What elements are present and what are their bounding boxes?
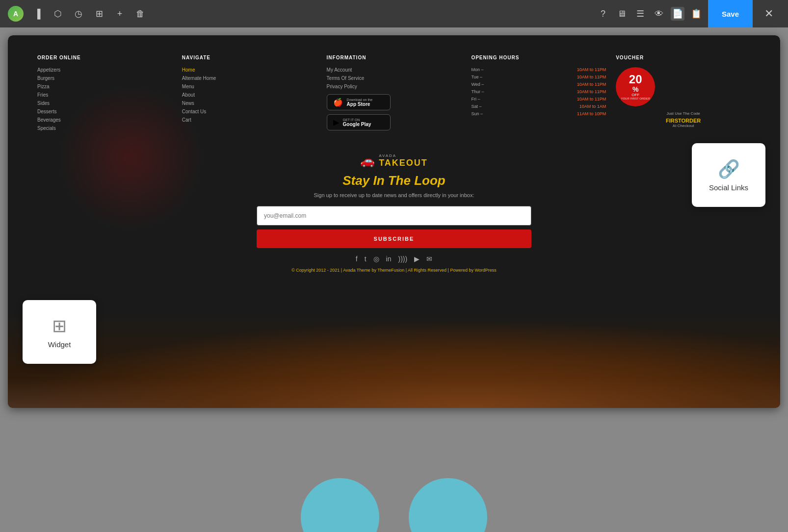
link-burgers[interactable]: Burgers — [37, 76, 172, 81]
footer-col-voucher: VOUCHER 20 % OFF YOUR FIRST ORDER Just U… — [616, 55, 751, 134]
google-play-name: Google Play — [343, 122, 371, 127]
link-alternate-home[interactable]: Alternate Home — [182, 76, 317, 81]
social-links-panel[interactable]: 🔗 Social Links — [692, 143, 765, 207]
page-icon[interactable]: 📄 — [671, 7, 684, 21]
voucher-at-checkout: At Checkout — [616, 124, 751, 128]
layers-icon[interactable]: ⬡ — [51, 7, 65, 21]
history-icon[interactable]: ◷ — [72, 7, 85, 21]
save-button[interactable]: Save — [708, 0, 753, 27]
voucher-discount: 20 — [629, 74, 642, 85]
footer-col-navigate: NAVIGATE Home Alternate Home Menu About … — [182, 55, 317, 134]
brand-avada-label: AVADA — [379, 153, 428, 158]
headline: Stay In The Loop — [342, 173, 445, 188]
brand-takeout-label: TAKEOUT — [379, 158, 428, 168]
browser-preview: ORDER ONLINE Appetizers Burgers Pizza Fr… — [8, 35, 780, 408]
hours-sun: Sun – 11AM to 10PM — [471, 111, 606, 116]
facebook-icon[interactable]: f — [356, 255, 358, 263]
copyright-text: © Copyright 2012 - 2021 | Avada Theme by… — [291, 268, 497, 273]
toolbar: A ▐ ⬡ ◷ ⊞ + 🗑 ? 🖥 ☰ 👁 📄 📋 Save ✕ — [0, 0, 788, 27]
voucher-code: FIRSTORDER — [616, 118, 751, 124]
twitter-icon[interactable]: t — [365, 255, 367, 263]
linkedin-icon[interactable]: in — [386, 255, 392, 263]
delete-icon[interactable]: 🗑 — [133, 7, 147, 21]
canvas-area: ORDER ONLINE Appetizers Burgers Pizza Fr… — [0, 27, 788, 532]
bottom-circles — [301, 478, 487, 532]
link-beverages[interactable]: Beverages — [37, 117, 172, 123]
hours-tue: Tue – 10AM to 11PM — [471, 75, 606, 79]
sub-text: Sign up to receive up to date news and o… — [314, 192, 474, 198]
link-sides[interactable]: Sides — [37, 101, 172, 106]
desktop-icon[interactable]: 🖥 — [615, 7, 629, 21]
link-about[interactable]: About — [182, 92, 317, 98]
footer-content: ORDER ONLINE Appetizers Burgers Pizza Fr… — [8, 35, 780, 408]
voucher-sub-text: Just Use The Code — [616, 111, 751, 116]
brand-truck-icon: 🚗 — [360, 154, 375, 168]
youtube-icon[interactable]: ▶ — [414, 255, 420, 263]
footer-middle-section: 🚗 AVADA TAKEOUT Stay In The Loop Sign up… — [8, 149, 780, 282]
toolbar-right: ? 🖥 ☰ 👁 📄 📋 Save ✕ — [596, 0, 780, 27]
hours-sat: Sat – 10AM to 1AM — [471, 104, 606, 109]
sidebar-toggle-icon[interactable]: ▐ — [30, 7, 44, 21]
link-news[interactable]: News — [182, 101, 317, 106]
footer-col-hours: OPENING HOURS Mon – 10AM to 11PM Tue – 1… — [471, 55, 606, 134]
add-icon[interactable]: + — [113, 7, 127, 21]
link-menu[interactable]: Menu — [182, 84, 317, 89]
bg-overlay — [8, 320, 780, 408]
brand-name-area: AVADA TAKEOUT — [379, 153, 428, 168]
link-appetizers[interactable]: Appetizers — [37, 67, 172, 73]
footer-col-order-online: ORDER ONLINE Appetizers Burgers Pizza Fr… — [37, 55, 172, 134]
voucher-percent-sign: % — [632, 85, 638, 93]
help-icon[interactable]: ? — [596, 7, 610, 21]
link-desserts[interactable]: Desserts — [37, 109, 172, 114]
email-icon[interactable]: ✉ — [426, 255, 432, 263]
social-icons-row: f t ◎ in )))) ▶ ✉ — [356, 255, 432, 263]
bottom-circle-left — [301, 478, 379, 532]
app-badges: 🍎 Download on the App Store ▶ GET IT ON … — [327, 94, 462, 130]
subscribe-button[interactable]: SUBSCRIBE — [257, 229, 531, 248]
voucher-off-label: OFF — [631, 93, 639, 97]
apple-icon: 🍎 — [333, 98, 343, 107]
footer-top-section: ORDER ONLINE Appetizers Burgers Pizza Fr… — [8, 35, 780, 149]
link-specials[interactable]: Specials — [37, 126, 172, 131]
instagram-icon[interactable]: ◎ — [373, 255, 379, 263]
link-home[interactable]: Home — [182, 67, 317, 73]
link-terms[interactable]: Terms Of Service — [327, 76, 462, 81]
navigate-title: NAVIGATE — [182, 55, 317, 60]
app-store-badge[interactable]: 🍎 Download on the App Store — [327, 94, 391, 110]
layout-icon[interactable]: ☰ — [633, 7, 647, 21]
link-contact-us[interactable]: Contact Us — [182, 109, 317, 114]
link-privacy[interactable]: Privacy Policy — [327, 84, 462, 89]
avada-logo-icon[interactable]: A — [8, 6, 24, 22]
link-fries[interactable]: Fries — [37, 92, 172, 98]
bottom-circle-right — [409, 478, 487, 532]
controls-icon[interactable]: ⊞ — [92, 7, 106, 21]
information-title: INFORMATION — [327, 55, 462, 60]
email-input[interactable] — [257, 206, 531, 226]
link-cart[interactable]: Cart — [182, 117, 317, 123]
hours-title: OPENING HOURS — [471, 55, 606, 60]
widget-label: Widget — [48, 340, 71, 349]
app-store-sub: Download on the — [347, 98, 373, 101]
voucher-title: VOUCHER — [616, 55, 751, 60]
footer-col-information: INFORMATION My Account Terms Of Service … — [327, 55, 462, 134]
widget-icon: ⊞ — [52, 316, 67, 336]
hours-mon: Mon – 10AM to 11PM — [471, 67, 606, 72]
copy-icon[interactable]: 📋 — [689, 7, 703, 21]
rss-icon[interactable]: )))) — [398, 255, 408, 263]
close-button[interactable]: ✕ — [758, 0, 780, 27]
social-links-label: Social Links — [709, 183, 748, 192]
google-play-sub: GET IT ON — [343, 118, 371, 122]
app-store-name: App Store — [347, 101, 373, 107]
chain-link-icon: 🔗 — [718, 159, 740, 179]
link-pizza[interactable]: Pizza — [37, 84, 172, 89]
order-online-title: ORDER ONLINE — [37, 55, 172, 60]
app-store-text: Download on the App Store — [347, 98, 373, 107]
preview-icon[interactable]: 👁 — [652, 7, 666, 21]
link-my-account[interactable]: My Account — [327, 67, 462, 73]
widget-panel[interactable]: ⊞ Widget — [23, 300, 96, 364]
hours-thu: Thur – 10AM to 11PM — [471, 89, 606, 94]
voucher-first-order-text: YOUR FIRST ORDER — [621, 97, 650, 100]
google-play-icon: ▶ — [333, 118, 339, 127]
toolbar-left: A ▐ ⬡ ◷ ⊞ + 🗑 — [8, 6, 590, 22]
google-play-badge[interactable]: ▶ GET IT ON Google Play — [327, 114, 391, 130]
